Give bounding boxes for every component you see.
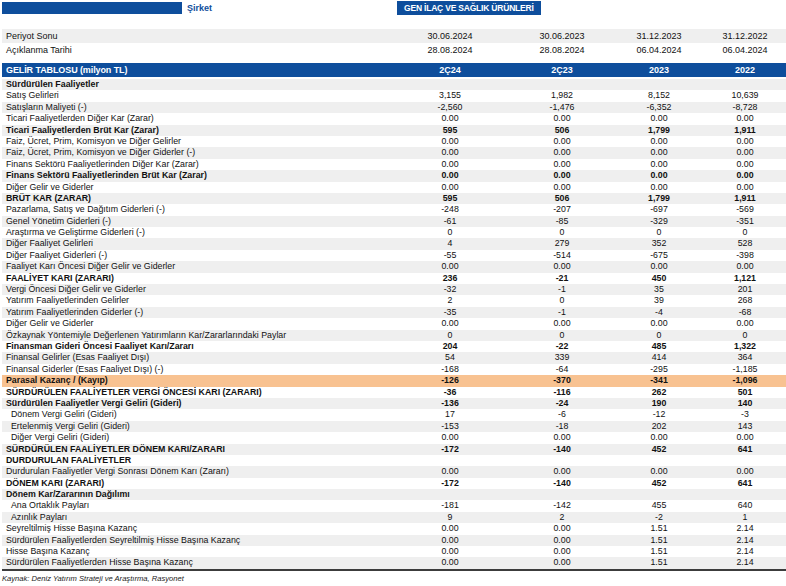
table-row: Diğer Vergi Geliri (Gideri)0.000.000.000… [2,432,786,443]
cell-value: -697 [614,204,704,215]
cell-value: 1,911 [704,125,786,136]
cell-value: -136 [390,398,510,409]
table-row: Hisse Başına Kazanç0.000.001.512.14 [2,546,786,557]
info-value: 31.12.2023 [614,31,704,41]
cell-value: 279 [510,238,614,249]
cell-value: 506 [510,125,614,136]
cell-value: 0.00 [390,136,510,147]
cell-value: 452 [614,478,704,489]
table-row: Finansal Gelirler (Esas Faaliyet Dışı)54… [2,352,786,363]
cell-value: 0.00 [704,466,786,477]
cell-value: 1.51 [614,535,704,546]
cell-value: 0.00 [704,159,786,170]
cell-value: -181 [390,500,510,511]
cell-value: -22 [510,341,614,352]
cell-value: 0.00 [390,466,510,477]
cell-value: 54 [390,352,510,363]
row-label: FAALİYET KARI (ZARARI) [2,273,390,284]
cell-value: 0.00 [510,535,614,546]
cell-value: 2.14 [704,523,786,534]
cell-value: -1,096 [704,375,786,386]
table-row: Faaliyet Karı Öncesi Diğer Gelir ve Gide… [2,261,786,272]
table-row: Periyot Sonu30.06.202430.06.202331.12.20… [2,29,786,43]
cell-value: 0.00 [390,159,510,170]
cell-value: -2,560 [390,102,510,113]
info-value: 06.04.2024 [704,45,786,55]
cell-value: -2 [614,512,704,523]
table-row: Dönem Kar/Zararının Dağılımı [2,489,786,500]
cell-value: -18 [510,421,614,432]
cell-value: -207 [510,204,614,215]
row-label: Parasal Kazanç / (Kayıp) [2,375,390,386]
cell-value: 0.00 [614,261,704,272]
cell-value: -85 [510,216,614,227]
cell-value: 352 [614,238,704,249]
column-header: 2Ç23 [510,65,614,75]
cell-value: 0 [614,330,704,341]
cell-value: 268 [704,295,786,306]
cell-value: 595 [390,125,510,136]
cell-value: 506 [510,193,614,204]
row-label: Özkaynak Yöntemiyle Değerlenen Yatırımla… [2,330,390,341]
cell-value: 0.00 [614,182,704,193]
cell-value: 0 [614,227,704,238]
cell-value: 0.00 [510,432,614,443]
row-label: Satışların Maliyeti (-) [2,102,390,113]
row-label: Ertelenmiş Vergi Geliri (Gideri) [2,421,390,432]
table-row: Sürdürülen Faaliyetler [2,79,786,90]
cell-value: -398 [704,250,786,261]
cell-value: 0.00 [614,147,704,158]
column-header: 2023 [614,65,704,75]
cell-value: 364 [704,352,786,363]
cell-value: 641 [704,478,786,489]
table-row: Ana Ortaklık Payları-181-142455640 [2,500,786,511]
cell-value: 2 [510,512,614,523]
cell-value: 0 [704,227,786,238]
table-row: Azınlık Payları92-21 [2,512,786,523]
cell-value: -24 [510,398,614,409]
cell-value: 0.00 [614,432,704,443]
cell-value: 0.00 [510,523,614,534]
row-label: Finans Sektörü Faaliyetlerinden Diğer Ka… [2,159,390,170]
info-value: 28.08.2024 [390,45,510,55]
table-row: Ticari Faaliyetlerden Brüt Kar (Zarar)59… [2,125,786,136]
row-label: Faaliyet Karı Öncesi Diğer Gelir ve Gide… [2,261,390,272]
cell-value: -569 [704,204,786,215]
column-header: 2Ç24 [390,65,510,75]
table-row: Özkaynak Yöntemiyle Değerlenen Yatırımla… [2,330,786,341]
cell-value: 0 [704,330,786,341]
table-row: Araştırma ve Geliştirme Giderleri (-)000… [2,227,786,238]
cell-value: -8,728 [704,102,786,113]
source-note: Kaynak: Deniz Yatırım Strateji ve Araştı… [2,574,786,583]
cell-value: 0.00 [390,523,510,534]
cell-value: 0.00 [510,113,614,124]
cell-value: -675 [614,250,704,261]
row-label: Diğer Faaliyet Giderleri (-) [2,250,390,261]
info-label: Açıklanma Tarihi [2,45,390,55]
cell-value: 0.00 [614,136,704,147]
table-row: DÖNEM KARI (ZARARI)-172-140452641 [2,478,786,489]
table-row: Vergi Öncesi Diğer Gelir ve Giderler-32-… [2,284,786,295]
row-label: Genel Yönetim Giderleri (-) [2,216,390,227]
cell-value: 2.14 [704,546,786,557]
cell-value: 202 [614,421,704,432]
cell-value: -35 [390,307,510,318]
cell-value: -329 [614,216,704,227]
cell-value: 0.00 [510,147,614,158]
cell-value: 0.00 [614,318,704,329]
cell-value: 0.00 [390,432,510,443]
cell-value: 0.00 [510,159,614,170]
cell-value: 1,322 [704,341,786,352]
cell-value: 35 [614,284,704,295]
cell-value: -6 [510,409,614,420]
cell-value: -21 [510,273,614,284]
info-value: 31.12.2022 [704,31,786,41]
cell-value: 528 [704,238,786,249]
row-label: Ticari Faaliyetlerden Diğer Kar (Zarar) [2,113,390,124]
cell-value: 2 [390,295,510,306]
cell-value: 17 [390,409,510,420]
cell-value: 0.00 [704,318,786,329]
cell-value: 641 [704,444,786,455]
cell-value: 0.00 [614,170,704,181]
table-row: Genel Yönetim Giderleri (-)-61-85-329-35… [2,216,786,227]
